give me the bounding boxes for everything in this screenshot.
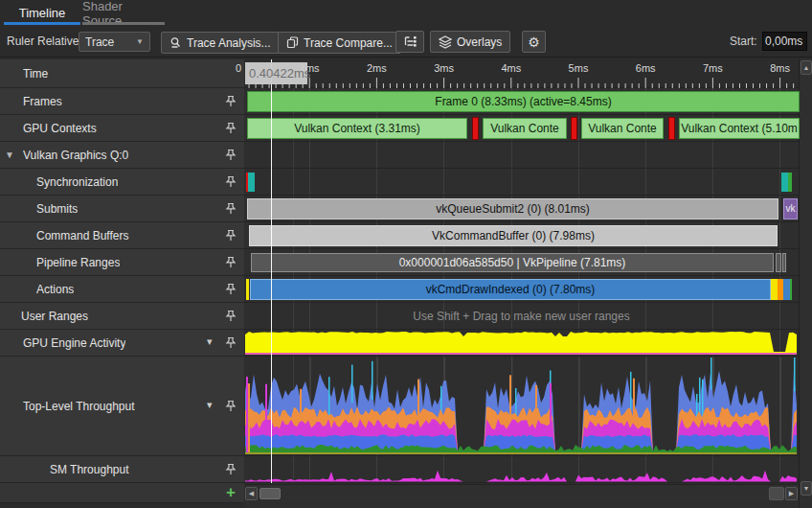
user-ranges-track[interactable]: Use Shift + Drag to make new user ranges bbox=[244, 303, 799, 330]
sidebar-row-submits[interactable]: Submits bbox=[0, 196, 244, 222]
pin-icon[interactable] bbox=[224, 283, 237, 296]
pipeline-range-bar[interactable]: 0x000001d06a585d50 | VkPipeline (7.81ms) bbox=[251, 253, 774, 272]
pipeline-range-bar-small[interactable] bbox=[776, 253, 781, 272]
context-separator[interactable] bbox=[472, 117, 479, 140]
pin-icon[interactable] bbox=[224, 175, 237, 189]
action-draw-bar[interactable]: vkCmdDrawIndexed (0) (7.80ms) bbox=[250, 279, 771, 300]
vulkan-graphics-track bbox=[244, 142, 799, 169]
expand-triangle-icon[interactable]: ▼ bbox=[5, 150, 14, 160]
pin-icon[interactable] bbox=[224, 400, 237, 413]
horizontal-scrollbar-thumb[interactable] bbox=[259, 488, 281, 499]
tree-view-icon bbox=[403, 35, 417, 48]
pin-icon[interactable] bbox=[224, 95, 237, 108]
horizontal-scrollbar[interactable]: ◀ ▶ bbox=[244, 484, 799, 502]
pin-icon[interactable] bbox=[224, 149, 237, 162]
pin-icon[interactable] bbox=[224, 256, 237, 269]
ruler-tick-label: 2ms bbox=[367, 62, 387, 74]
start-label: Start: bbox=[730, 35, 757, 48]
top-level-throughput-chart[interactable] bbox=[245, 358, 797, 455]
time-ruler[interactable]: 01ms2ms3ms4ms5ms6ms7ms8ms bbox=[244, 59, 799, 88]
tab-shader-source[interactable]: Shader Source bbox=[82, 0, 165, 26]
sidebar-row-synchronization[interactable]: Synchronization bbox=[0, 169, 244, 196]
scrollbar-end-handle[interactable] bbox=[769, 487, 784, 500]
tab-bar: Timeline Shader Source bbox=[0, 0, 812, 26]
sync-marker-teal[interactable] bbox=[781, 173, 788, 192]
pin-icon[interactable] bbox=[224, 463, 237, 476]
overlays-button[interactable]: Overlays bbox=[430, 31, 510, 53]
chevron-down-icon[interactable]: ▾ bbox=[207, 335, 213, 348]
frame-range-bar[interactable]: Frame 0 (8.33ms) (active=8.45ms) bbox=[247, 91, 800, 112]
sidebar-row-user-ranges[interactable]: User Ranges bbox=[0, 303, 244, 330]
submit-range-bar[interactable]: vkQueueSubmit2 (0) (8.01ms) bbox=[247, 198, 778, 219]
submits-track: vkQueueSubmit2 (0) (8.01ms) vk bbox=[244, 196, 799, 222]
sm-throughput-chart[interactable] bbox=[245, 457, 797, 482]
gpu-contexts-track: Vulkan Context (3.31ms) Vulkan Conte Vul… bbox=[244, 115, 799, 142]
action-marker-yellow[interactable] bbox=[246, 279, 249, 300]
sync-marker-green[interactable] bbox=[788, 173, 792, 192]
row-label: Vulkan Graphics Q:0 bbox=[23, 149, 128, 162]
trace-compare-button[interactable]: Trace Compare... bbox=[278, 32, 401, 54]
gpu-engine-activity-chart[interactable] bbox=[245, 331, 797, 356]
start-time-input[interactable]: 0,00ms bbox=[762, 32, 807, 51]
sidebar-row-frames[interactable]: Frames bbox=[0, 88, 244, 115]
trace-compare-icon bbox=[286, 36, 299, 49]
add-track-button[interactable]: + bbox=[226, 483, 236, 502]
sync-marker-teal[interactable] bbox=[248, 173, 255, 192]
toolbar: Ruler Relative: Trace ▼ Trace Analysis..… bbox=[0, 26, 812, 58]
sm-throughput-track bbox=[244, 456, 799, 483]
sidebar-row-gpu-contexts[interactable]: GPU Contexts bbox=[0, 115, 244, 142]
sidebar-row-sm-throughput[interactable]: SM Throughput bbox=[0, 456, 244, 483]
pin-icon[interactable] bbox=[224, 229, 237, 242]
context-separator[interactable] bbox=[668, 117, 675, 140]
sidebar-row-actions[interactable]: Actions bbox=[0, 276, 244, 303]
action-marker-yellow[interactable] bbox=[771, 279, 778, 300]
row-label: SM Throughput bbox=[50, 463, 129, 476]
frames-track: Frame 0 (8.33ms) (active=8.45ms) bbox=[244, 88, 799, 115]
scroll-down-arrow-icon[interactable]: ▼ bbox=[801, 481, 812, 496]
submit-range-bar-small[interactable]: vk bbox=[783, 198, 798, 219]
vertical-scrollbar[interactable]: ▲ ▼ bbox=[799, 59, 812, 508]
action-marker-blue[interactable] bbox=[783, 279, 790, 300]
row-label: Frames bbox=[23, 95, 62, 108]
ruler-tick-label: 8ms bbox=[770, 62, 790, 74]
pipeline-ranges-track: 0x000001d06a585d50 | VkPipeline (7.81ms) bbox=[244, 249, 799, 276]
tree-view-button[interactable] bbox=[395, 31, 424, 53]
context-separator[interactable] bbox=[571, 117, 577, 140]
pipeline-range-bar-small[interactable] bbox=[782, 253, 786, 272]
pin-icon[interactable] bbox=[224, 310, 237, 323]
pin-icon[interactable] bbox=[224, 336, 237, 350]
row-label: Time bbox=[23, 67, 48, 81]
overlays-label: Overlays bbox=[457, 35, 502, 49]
sidebar-row-time[interactable]: Time bbox=[0, 59, 244, 88]
pin-icon[interactable] bbox=[224, 122, 237, 135]
cursor-time-tooltip: 0.40422ms bbox=[245, 62, 307, 84]
ruler-tick-label: 3ms bbox=[434, 62, 454, 74]
sidebar-row-top-level-throughput[interactable]: Top-Level Throughput ▾ bbox=[0, 357, 244, 456]
trace-analysis-icon bbox=[169, 36, 182, 49]
pin-icon[interactable] bbox=[224, 202, 237, 216]
track-sidebar: Time Frames GPU Contexts ▼ Vulkan Graphi… bbox=[0, 59, 244, 508]
sidebar-row-pipeline-ranges[interactable]: Pipeline Ranges bbox=[0, 249, 244, 276]
scroll-right-arrow-icon[interactable]: ▶ bbox=[785, 487, 798, 500]
sidebar-row-vulkan-graphics-q0[interactable]: ▼ Vulkan Graphics Q:0 bbox=[0, 142, 244, 169]
ruler-relative-dropdown[interactable]: Trace ▼ bbox=[79, 32, 150, 52]
action-marker-green[interactable] bbox=[790, 279, 792, 300]
sidebar-row-gpu-engine-activity[interactable]: GPU Engine Activity ▾ bbox=[0, 330, 244, 357]
chevron-down-icon[interactable]: ▾ bbox=[207, 399, 213, 411]
context-range-bar[interactable]: Vulkan Conte bbox=[483, 118, 567, 139]
settings-button[interactable]: ⚙ bbox=[522, 31, 546, 53]
overlays-icon bbox=[439, 35, 452, 49]
sidebar-row-command-buffers[interactable]: Command Buffers bbox=[0, 222, 244, 249]
row-label: Submits bbox=[36, 202, 78, 216]
context-range-bar[interactable]: Vulkan Conte bbox=[581, 118, 664, 139]
row-label: GPU Contexts bbox=[23, 122, 97, 135]
trace-analysis-button[interactable]: Trace Analysis... bbox=[161, 32, 280, 54]
scroll-up-arrow-icon[interactable]: ▲ bbox=[801, 60, 812, 75]
command-buffer-bar[interactable]: VkCommandBuffer (0) (7.98ms) bbox=[249, 225, 778, 246]
chevron-down-icon: ▼ bbox=[136, 37, 144, 46]
scroll-left-arrow-icon[interactable]: ◀ bbox=[245, 487, 258, 500]
timeline-area: 01ms2ms3ms4ms5ms6ms7ms8ms Frame 0 (8.33m… bbox=[244, 59, 799, 508]
context-range-bar[interactable]: Vulkan Context (5.10m bbox=[679, 118, 800, 139]
context-range-bar[interactable]: Vulkan Context (3.31ms) bbox=[247, 118, 467, 139]
tab-timeline[interactable]: Timeline bbox=[4, 0, 80, 26]
